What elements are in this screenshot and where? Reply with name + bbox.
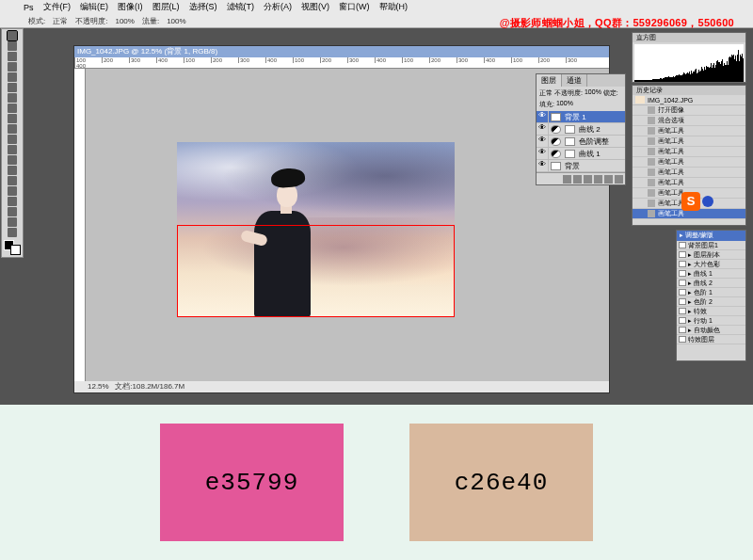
history-item[interactable]: 混合选项 <box>633 116 745 126</box>
tab-channels[interactable]: 通道 <box>562 74 587 87</box>
crop-tool-icon[interactable] <box>8 72 17 82</box>
histogram-tab[interactable]: 直方图 <box>633 33 745 42</box>
dodge-tool-icon[interactable] <box>8 166 17 175</box>
menu-view[interactable]: 视图(V) <box>301 1 329 13</box>
history-brush-icon[interactable] <box>8 124 17 134</box>
opt-mode-value[interactable]: 正常 <box>53 16 68 26</box>
history-tab[interactable]: 历史记录 <box>633 86 745 95</box>
layer-name: 曲线 1 <box>577 149 601 159</box>
folder-icon[interactable] <box>594 175 602 184</box>
path-tool-icon[interactable] <box>8 197 17 206</box>
background-swatch[interactable] <box>10 245 21 255</box>
type-tool-icon[interactable] <box>8 186 17 196</box>
fx-icon[interactable] <box>563 175 571 184</box>
tab-layers[interactable]: 图层 <box>537 74 562 87</box>
history-item[interactable]: 画笔工具 <box>633 147 745 157</box>
pen-tool-icon[interactable] <box>8 176 17 185</box>
layer-row[interactable]: 👁曲线 2 <box>537 123 625 136</box>
hand-tool-icon[interactable] <box>8 217 17 227</box>
menu-image[interactable]: 图像(I) <box>118 1 143 13</box>
layer-row[interactable]: 👁色阶调整 <box>537 136 625 148</box>
color-swatches-icon[interactable] <box>4 240 21 255</box>
layers-panel-tabs: 图层 通道 <box>537 74 625 87</box>
eyedropper-tool-icon[interactable] <box>8 83 17 92</box>
opt-flow-value[interactable]: 100% <box>167 17 185 25</box>
sogou-badge-icon[interactable]: S <box>681 192 700 211</box>
menu-layer[interactable]: 图层(L) <box>152 1 180 13</box>
layers-panel-footer <box>537 172 625 184</box>
visibility-icon[interactable]: 👁 <box>537 123 549 136</box>
history-item[interactable]: 画笔工具 <box>633 168 745 178</box>
adjustment-icon[interactable] <box>584 175 592 184</box>
lasso-tool-icon[interactable] <box>8 52 17 61</box>
fill-value[interactable]: 100% <box>556 100 573 109</box>
watermark-text: @摄影师蝈蝈小姐，QQ群：559296069，550600 <box>500 16 734 30</box>
menu-bar: Ps 文件(F) 编辑(E) 图像(I) 图层(L) 选择(S) 滤镜(T) 分… <box>0 0 753 14</box>
action-item[interactable]: ▸ 色阶 2 <box>677 297 745 307</box>
action-thumb-icon <box>679 242 686 248</box>
layer-row[interactable]: 👁背景 <box>537 160 625 172</box>
layer-thumb-icon <box>551 150 561 158</box>
actions-header[interactable]: ▸ 调整/蒙版 <box>677 231 745 241</box>
opt-mode-label: 模式: <box>28 16 45 26</box>
stamp-tool-icon[interactable] <box>8 114 17 123</box>
menu-help[interactable]: 帮助(H) <box>379 1 409 13</box>
opacity-value[interactable]: 100% <box>585 88 601 98</box>
actions-panel: ▸ 调整/蒙版 背景图层1▸ 图层副本▸ 大片色彩▸ 曲线 1▸ 曲线 2▸ 色… <box>676 230 746 361</box>
history-item[interactable]: 打开图像 <box>633 105 745 116</box>
zoom-tool-icon[interactable] <box>8 228 17 237</box>
history-item[interactable]: 画笔工具 <box>633 126 745 136</box>
action-item[interactable]: ▸ 自动颜色 <box>677 326 745 335</box>
heal-tool-icon[interactable] <box>8 93 17 103</box>
new-layer-icon[interactable] <box>604 175 613 184</box>
layer-thumb-icon <box>551 113 561 121</box>
action-item[interactable]: ▸ 曲线 2 <box>677 279 745 288</box>
action-item[interactable]: 背景图层1 <box>677 241 745 250</box>
color-swatch-1-label: e35799 <box>205 469 299 497</box>
menu-window[interactable]: 窗口(W) <box>339 1 370 13</box>
action-item[interactable]: ▸ 图层副本 <box>677 250 745 260</box>
trash-icon[interactable] <box>615 175 623 184</box>
layer-thumb-icon <box>551 137 561 146</box>
menu-ps[interactable]: Ps <box>24 3 34 12</box>
marquee-tool-icon[interactable] <box>8 41 17 51</box>
action-item[interactable]: ▸ 大片色彩 <box>677 260 745 269</box>
zoom-value[interactable]: 12.5% <box>88 382 109 391</box>
action-item[interactable]: ▸ 色阶 1 <box>677 288 745 297</box>
action-item[interactable]: ▸ 曲线 1 <box>677 269 745 279</box>
visibility-icon[interactable]: 👁 <box>537 111 549 123</box>
visibility-icon[interactable]: 👁 <box>537 160 549 172</box>
gradient-tool-icon[interactable] <box>8 145 17 154</box>
blur-tool-icon[interactable] <box>8 155 17 165</box>
brush-tool-icon[interactable] <box>8 104 17 113</box>
menu-select[interactable]: 选择(S) <box>189 1 217 13</box>
canvas-area[interactable] <box>86 69 598 381</box>
eraser-tool-icon[interactable] <box>8 135 17 144</box>
menu-filter[interactable]: 滤镜(T) <box>227 1 255 13</box>
history-item[interactable]: 画笔工具 <box>633 136 745 147</box>
selection-rectangle[interactable] <box>177 225 455 317</box>
visibility-icon[interactable]: 👁 <box>537 148 549 160</box>
action-item[interactable]: ▸ 行动 1 <box>677 316 745 326</box>
action-item[interactable]: ▸ 特效 <box>677 307 745 316</box>
history-item[interactable]: 画笔工具 <box>633 157 745 168</box>
mask-thumb-icon <box>565 150 575 158</box>
layer-row[interactable]: 👁背景 1 <box>537 111 625 123</box>
wand-tool-icon[interactable] <box>8 62 17 72</box>
layer-row[interactable]: 👁曲线 1 <box>537 148 625 160</box>
opacity-label: 不透明度: <box>554 88 583 98</box>
history-item[interactable]: 画笔工具 <box>633 178 745 188</box>
blend-mode-select[interactable]: 正常 <box>539 88 553 98</box>
shape-tool-icon[interactable] <box>8 207 17 216</box>
menu-file[interactable]: 文件(F) <box>43 1 72 13</box>
action-thumb-icon <box>679 308 686 314</box>
action-item[interactable]: 特效图层 <box>677 335 745 344</box>
menu-edit[interactable]: 编辑(E) <box>80 1 108 13</box>
action-thumb-icon <box>679 280 686 286</box>
menu-analysis[interactable]: 分析(A) <box>264 1 292 13</box>
move-tool-icon[interactable] <box>8 31 17 40</box>
layer-list: 👁背景 1👁曲线 2👁色阶调整👁曲线 1👁背景 <box>537 111 625 172</box>
mask-icon[interactable] <box>573 175 582 184</box>
opt-opacity-value[interactable]: 100% <box>115 17 134 25</box>
visibility-icon[interactable]: 👁 <box>537 136 549 148</box>
